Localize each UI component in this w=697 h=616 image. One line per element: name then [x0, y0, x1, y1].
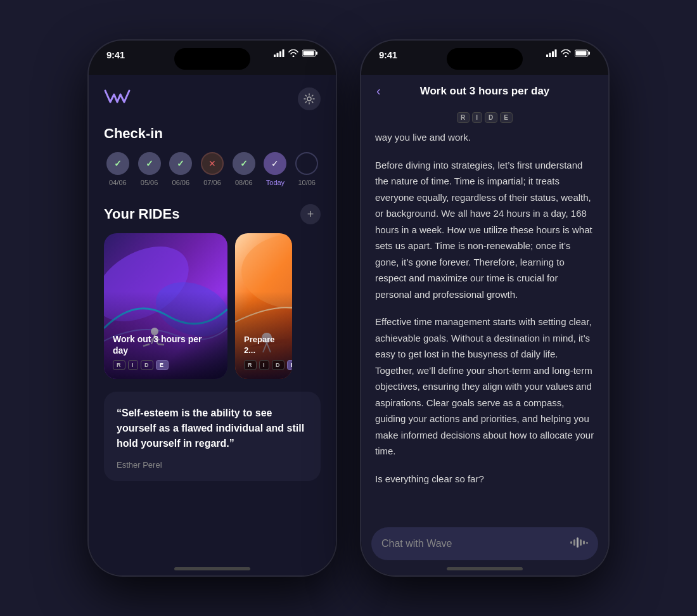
chat-placeholder: Chat with Wave [381, 538, 564, 549]
svg-rect-33 [580, 539, 582, 546]
svg-rect-24 [549, 53, 551, 58]
phone-2: 9:41 [361, 41, 608, 575]
checkin-date: 05/06 [141, 179, 158, 186]
detail-paragraph1: Before diving into strategies, let’s fir… [375, 157, 594, 303]
ride-tags: R I D E [113, 360, 219, 370]
tag-E-highlight: E [156, 360, 169, 370]
signal-icon [274, 49, 285, 57]
checkin-circle-missed: ✕ [201, 152, 224, 175]
checkin-date: 10/06 [298, 179, 316, 186]
rides-scroll: Work out 3 hours per day R I D E [104, 233, 321, 379]
svg-point-7 [307, 97, 311, 101]
home-indicator-1 [174, 567, 250, 570]
checkin-date: 06/06 [172, 179, 190, 186]
app-logo [104, 88, 131, 110]
signal-icon-2 [546, 49, 557, 57]
ride-tags-2: R I D E [244, 360, 283, 370]
detail-question: Is everything clear so far? [375, 471, 594, 487]
tag-D: D [141, 360, 153, 370]
svg-rect-30 [570, 541, 572, 544]
battery-icon [302, 49, 318, 57]
ride-badge-row: R I D E [361, 108, 608, 129]
checkin-date: 08/06 [235, 179, 253, 186]
svg-rect-31 [573, 539, 575, 546]
phone1-content: Check-in ✓ 04/06 ✓ 05/06 ✓ 06/0 [89, 75, 336, 575]
tag-E2-highlight: E [287, 360, 292, 370]
detail-tag-E: E [500, 112, 513, 123]
checkin-date-today: Today [266, 179, 285, 186]
checkin-item[interactable]: ✕ 07/06 [198, 152, 226, 186]
voice-icon [570, 536, 588, 549]
detail-body: way you live and work. Before diving int… [361, 129, 608, 521]
quote-text: “Self-esteem is the ability to see yours… [117, 406, 308, 451]
checkin-circle-checked: ✓ [169, 152, 192, 175]
checkin-item[interactable]: ✓ 04/06 [104, 152, 132, 186]
quote-author: Esther Perel [117, 460, 308, 470]
tag-R: R [113, 360, 125, 370]
svg-rect-23 [546, 55, 548, 57]
detail-header: ‹ Work out 3 hours per day [361, 75, 608, 108]
checkin-item[interactable]: ✓ Today [262, 152, 290, 186]
svg-rect-2 [279, 51, 281, 57]
dynamic-island-2 [447, 48, 523, 70]
checkin-row: ✓ 04/06 ✓ 05/06 ✓ 06/06 ✕ [104, 152, 321, 186]
ride-card-1[interactable]: Work out 3 hours per day R I D E [104, 233, 227, 379]
rides-title: Your RIDEs [104, 206, 179, 222]
tag-D2: D [272, 360, 285, 370]
svg-rect-6 [304, 51, 314, 56]
rides-header: Your RIDEs + [104, 204, 321, 224]
ride-card-content-2: Prepare 2... R I D E [244, 335, 283, 370]
tag-R2: R [244, 360, 257, 370]
app-header [104, 87, 321, 110]
time-1: 9:41 [106, 49, 125, 60]
svg-rect-5 [316, 52, 318, 55]
svg-rect-26 [555, 49, 557, 57]
tag-I: I [128, 360, 138, 370]
checkin-item[interactable]: 10/06 [293, 152, 321, 186]
voice-button[interactable] [570, 536, 588, 551]
battery-icon-2 [575, 49, 591, 57]
ride-card-2[interactable]: Prepare 2... R I D E [235, 233, 292, 379]
checkin-date: 04/06 [109, 179, 127, 186]
svg-rect-34 [583, 541, 585, 544]
time-2: 9:41 [379, 49, 397, 60]
wifi-icon-2 [561, 49, 571, 57]
checkin-item[interactable]: ✓ 06/06 [167, 152, 195, 186]
svg-rect-28 [589, 52, 591, 55]
detail-intro: way you live and work. [375, 129, 594, 146]
quote-card: “Self-esteem is the ability to see yours… [104, 392, 321, 481]
checkin-circle-today: ✓ [264, 152, 286, 175]
detail-tag-I: I [472, 112, 482, 123]
ride-card-title: Work out 3 hours per day [113, 333, 219, 356]
svg-rect-1 [277, 53, 279, 58]
tag-I2: I [259, 360, 269, 370]
chat-bar[interactable]: Chat with Wave [371, 527, 598, 560]
status-icons-2 [546, 49, 591, 57]
svg-rect-25 [552, 51, 554, 57]
svg-rect-0 [274, 55, 276, 57]
wifi-icon [288, 49, 298, 57]
gear-icon [304, 93, 315, 105]
checkin-title: Check-in [104, 125, 321, 142]
svg-rect-32 [577, 537, 579, 548]
ride-card-content: Work out 3 hours per day R I D E [113, 333, 219, 370]
checkin-date: 07/06 [203, 179, 221, 186]
detail-tag-R: R [457, 112, 470, 123]
detail-tag-D: D [485, 112, 497, 123]
dynamic-island-1 [174, 48, 250, 70]
back-button[interactable]: ‹ [374, 81, 383, 101]
phone2-content: ‹ Work out 3 hours per day R I D E way y… [361, 75, 608, 575]
detail-paragraph2: Effective time management starts with se… [375, 314, 594, 459]
svg-rect-3 [283, 49, 285, 57]
phone-1: 9:41 [89, 41, 336, 575]
checkin-item[interactable]: ✓ 05/06 [136, 152, 163, 186]
svg-rect-35 [586, 542, 588, 544]
checkin-item[interactable]: ✓ 08/06 [230, 152, 258, 186]
add-ride-button[interactable]: + [300, 204, 321, 224]
home-indicator-2 [447, 567, 523, 570]
svg-rect-29 [576, 51, 587, 56]
settings-button[interactable] [298, 87, 321, 110]
status-icons-1 [274, 49, 318, 57]
checkin-circle-checked: ✓ [138, 152, 161, 175]
checkin-circle-empty [295, 152, 318, 175]
